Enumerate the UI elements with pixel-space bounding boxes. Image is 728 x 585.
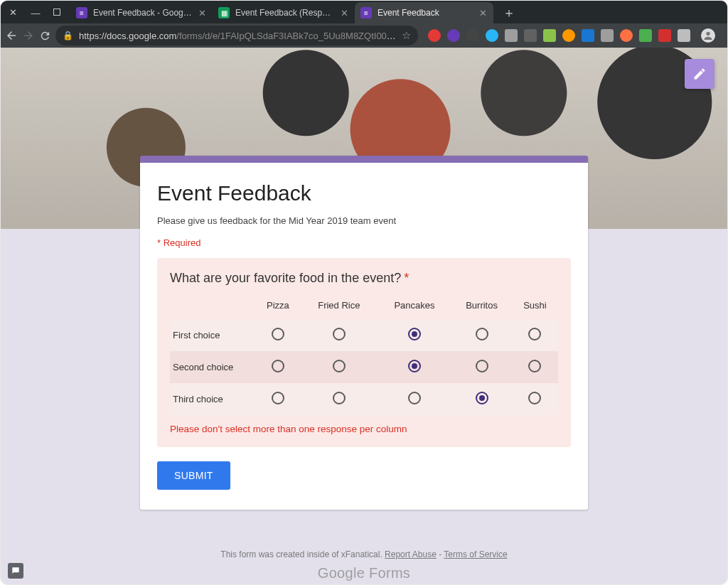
grid-cell[interactable] [378,319,451,351]
browser-tab-active[interactable]: ≡ Event Feedback ✕ [355,2,493,23]
extensions-row [428,28,728,43]
grid-cell[interactable] [451,319,512,351]
extension-icon[interactable] [582,29,594,42]
url-text: https://docs.google.com/forms/d/e/1FAIpQ… [79,31,396,41]
tab-close-icon[interactable]: ✕ [478,8,488,18]
person-icon [702,30,714,41]
grid-cell[interactable] [512,351,558,383]
extension-icon[interactable] [524,29,537,42]
reload-icon [39,30,51,42]
grid-cell[interactable] [451,383,512,415]
radio-option[interactable] [528,328,541,340]
arrow-right-icon [22,29,35,42]
grid-row-header: Second choice [170,351,255,383]
window-maximize-icon[interactable] [53,9,60,16]
send-feedback-button[interactable] [8,563,23,579]
required-note: * Required [157,237,571,248]
window-minimize-icon[interactable]: — [31,7,41,17]
grid-column-header: Fried Rice [301,294,378,319]
window-titlebar: ✕ — ≡ Event Feedback - Google Forms ✕ ▦ … [1,1,727,23]
extension-icon[interactable] [466,29,479,42]
browser-tabs: ≡ Event Feedback - Google Forms ✕ ▦ Even… [70,1,519,23]
tab-title: Event Feedback [378,8,473,18]
grid-cell[interactable] [451,351,512,383]
required-asterisk-icon: * [404,271,409,285]
extension-icon[interactable] [505,29,518,42]
grid-cell[interactable] [512,383,558,415]
grid-cell[interactable] [301,319,378,351]
address-bar[interactable]: 🔒 https://docs.google.com/forms/d/e/1FAI… [55,26,418,45]
new-tab-button[interactable]: ＋ [499,3,519,23]
form-description: Please give us feedback for the Mid Year… [157,215,571,226]
extension-icon[interactable] [562,29,575,42]
grid-cell[interactable] [255,319,301,351]
grid-cell[interactable] [301,351,378,383]
radio-option[interactable] [528,360,541,372]
grid-column-header: Burritos [451,294,512,319]
submit-button[interactable]: SUBMIT [157,461,230,490]
grid-cell[interactable] [512,319,558,351]
grid-cell[interactable] [378,351,451,383]
reload-button[interactable] [39,26,51,45]
form-title: Event Feedback [157,181,571,205]
extension-icon[interactable] [486,29,498,42]
radio-option[interactable] [272,328,284,340]
lock-icon: 🔒 [63,31,73,41]
validation-error: Please don't select more than one respon… [170,424,558,434]
chat-bubble-icon [11,566,21,576]
extension-icon[interactable] [428,29,441,42]
radio-option[interactable] [333,392,346,404]
tab-close-icon[interactable]: ✕ [339,8,349,18]
extension-icon[interactable] [678,29,690,42]
extension-icon[interactable] [620,29,633,42]
extension-icon[interactable] [658,29,671,42]
profile-avatar[interactable] [701,28,715,43]
radio-option[interactable] [476,360,488,372]
choice-grid: Pizza Fried Rice Pancakes Burritos Sushi… [170,294,558,415]
arrow-left-icon [5,29,18,42]
extension-icon[interactable] [601,29,614,42]
extension-icon[interactable] [543,29,556,42]
tab-title: Event Feedback (Responses) - G [235,8,335,18]
grid-row-header: Third choice [170,383,255,415]
grid-cell[interactable] [255,383,301,415]
radio-option[interactable] [528,392,541,404]
radio-option[interactable] [408,360,421,372]
grid-cell[interactable] [301,383,378,415]
window-controls: ✕ — [5,1,66,23]
browser-tab[interactable]: ≡ Event Feedback - Google Forms ✕ [70,2,213,23]
page-viewport: Event Feedback Please give us feedback f… [1,48,727,585]
browser-tab[interactable]: ▦ Event Feedback (Responses) - G ✕ [213,2,355,23]
forms-favicon-icon: ≡ [76,7,87,18]
bookmark-star-icon[interactable]: ☆ [402,29,411,42]
radio-option[interactable] [408,328,421,340]
radio-option[interactable] [476,328,488,340]
footer-note: This form was created inside of xFanatic… [220,549,385,559]
back-button[interactable] [5,26,18,45]
tab-close-icon[interactable]: ✕ [197,8,207,18]
radio-option[interactable] [333,360,346,372]
form-card: Event Feedback Please give us feedback f… [140,156,588,510]
sheets-favicon-icon: ▦ [218,7,230,18]
question-title: What are your favorite food in the event… [170,271,558,286]
form-footer: This form was created inside of xFanatic… [1,549,727,581]
extension-icon[interactable] [639,29,652,42]
grid-column-header: Pizza [255,294,301,319]
radio-option[interactable] [408,392,421,404]
browser-menu-button[interactable] [724,31,728,41]
grid-cell[interactable] [378,383,451,415]
grid-cell[interactable] [255,351,301,383]
window-close-icon[interactable]: ✕ [8,7,18,17]
report-abuse-link[interactable]: Report Abuse [385,549,437,559]
radio-option[interactable] [333,328,346,340]
tab-title: Event Feedback - Google Forms [93,8,193,18]
edit-form-button[interactable] [685,59,714,89]
google-forms-brand: Google Forms [1,565,727,581]
terms-of-service-link[interactable]: Terms of Service [444,549,507,559]
extension-icon[interactable] [447,29,460,42]
radio-option[interactable] [476,392,488,404]
svg-point-0 [706,32,710,36]
radio-option[interactable] [272,360,284,372]
forward-button[interactable] [22,26,35,45]
radio-option[interactable] [272,392,284,404]
